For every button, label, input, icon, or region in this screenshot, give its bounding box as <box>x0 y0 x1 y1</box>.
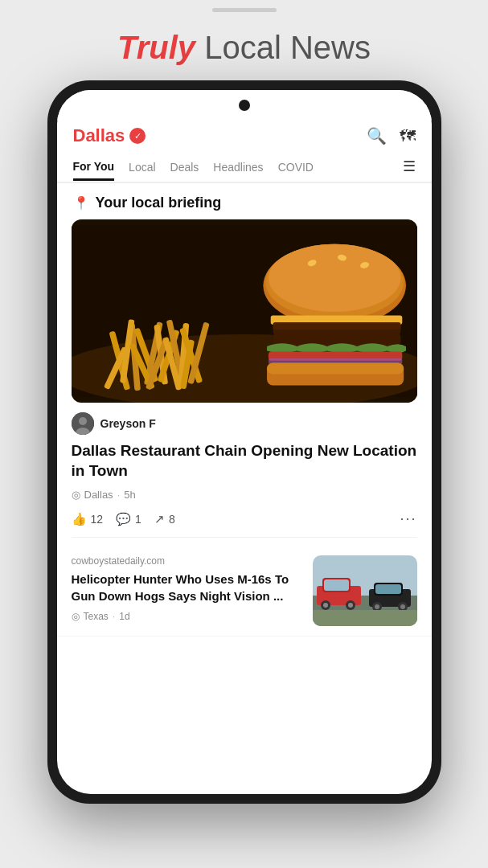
article-location-row: ◎ Dallas · 5h <box>72 489 417 501</box>
svg-rect-51 <box>313 610 417 626</box>
tab-deals[interactable]: Deals <box>170 154 199 179</box>
author-name: Greyson F <box>100 417 156 430</box>
svg-point-48 <box>375 604 379 609</box>
secondary-location: Texas <box>84 611 109 622</box>
phone-frame: Dallas ✓ 🔍 🗺 For You Local Deals <box>47 80 441 804</box>
briefing-header: 📍 Your local briefing <box>57 183 432 219</box>
share-count: 8 <box>169 513 175 526</box>
secondary-thumbnail <box>313 555 417 626</box>
secondary-article-card[interactable]: cowboystatedaily.com Helicopter Hunter W… <box>57 546 432 637</box>
comment-button[interactable]: 💬 1 <box>116 512 141 526</box>
author-row: Greyson F <box>72 412 417 435</box>
secondary-headline: Helicopter Hunter Who Uses M-16s To Gun … <box>72 571 303 604</box>
main-article-text: Greyson F Dallas Restaurant Chain Openin… <box>72 403 417 542</box>
like-icon: 👍 <box>72 512 87 526</box>
city-name: Dallas <box>73 125 125 146</box>
camera-dot <box>239 100 250 111</box>
comment-count: 1 <box>135 513 141 526</box>
author-avatar-svg <box>72 412 94 435</box>
secondary-dot: · <box>113 611 115 622</box>
article-source: cowboystatedaily.com <box>72 555 303 567</box>
tab-local[interactable]: Local <box>129 154 155 179</box>
svg-rect-26 <box>273 322 400 330</box>
article-location: Dallas <box>84 489 113 501</box>
svg-point-33 <box>79 417 87 425</box>
like-count: 12 <box>91 513 104 526</box>
map-icon[interactable]: 🗺 <box>400 127 416 145</box>
svg-point-43 <box>348 603 353 608</box>
secondary-location-row: ◎ Texas · 1d <box>72 611 303 622</box>
food-image-svg <box>72 219 417 403</box>
article-time: 5h <box>124 489 135 501</box>
search-icon[interactable]: 🔍 <box>367 126 387 145</box>
secondary-time: 1d <box>119 611 129 622</box>
svg-rect-39 <box>324 579 349 591</box>
svg-point-50 <box>400 604 405 609</box>
verified-badge: ✓ <box>129 128 146 144</box>
phone-screen: Dallas ✓ 🔍 🗺 For You Local Deals <box>57 90 432 794</box>
share-button[interactable]: ↗ 8 <box>154 512 175 526</box>
scroll-area[interactable]: .scroll-area-inner::-webkit-scrollbar{di… <box>57 183 432 794</box>
tab-for-you[interactable]: For You <box>73 154 115 181</box>
article-image <box>72 219 417 403</box>
share-icon: ↗ <box>154 512 165 526</box>
svg-point-20 <box>268 244 400 312</box>
secondary-article-content: cowboystatedaily.com Helicopter Hunter W… <box>72 555 303 622</box>
notch-bar <box>57 90 432 121</box>
page-background: Truly Local News Dallas ✓ 🔍 🗺 <box>0 0 488 868</box>
title-italic: Truly <box>117 30 195 65</box>
nav-tabs: For You Local Deals Headlines COVID ☰ <box>57 151 432 183</box>
main-article-card: Greyson F Dallas Restaurant Chain Openin… <box>72 219 417 542</box>
city-selector[interactable]: Dallas ✓ <box>73 125 146 146</box>
tab-headlines[interactable]: Headlines <box>213 154 263 179</box>
comment-icon: 💬 <box>116 512 131 526</box>
location-pin-icon: 📍 <box>73 195 89 211</box>
tab-more-menu[interactable]: ☰ <box>403 151 416 182</box>
like-button[interactable]: 👍 12 <box>72 512 104 526</box>
briefing-title: Your local briefing <box>96 194 222 211</box>
author-avatar <box>72 412 94 435</box>
secondary-image-svg <box>313 555 417 626</box>
location-pin-small: ◎ <box>72 489 80 501</box>
svg-rect-31 <box>267 363 404 375</box>
article-headline[interactable]: Dallas Restaurant Chain Opening New Loca… <box>72 441 417 481</box>
action-bar: 👍 12 💬 1 ↗ 8 ··· <box>72 510 417 538</box>
more-options-button[interactable]: ··· <box>400 510 416 527</box>
secondary-pin-icon: ◎ <box>72 611 80 622</box>
dot-separator: · <box>117 489 121 501</box>
page-header: Truly Local News <box>85 12 403 80</box>
title-regular: Local News <box>195 30 371 65</box>
header-icons: 🔍 🗺 <box>367 126 416 145</box>
tab-covid[interactable]: COVID <box>278 154 314 179</box>
page-title: Truly Local News <box>117 30 371 65</box>
app-header: Dallas ✓ 🔍 🗺 <box>57 121 432 151</box>
svg-rect-46 <box>375 584 401 594</box>
svg-point-41 <box>323 603 328 608</box>
